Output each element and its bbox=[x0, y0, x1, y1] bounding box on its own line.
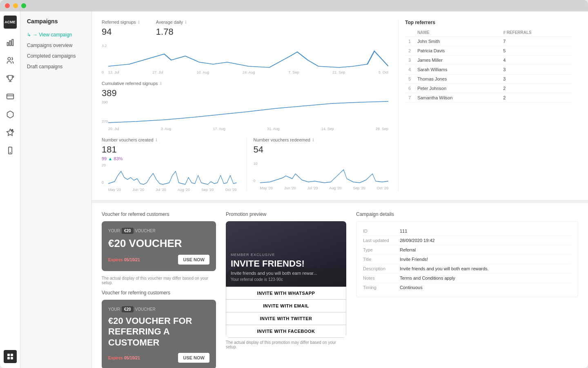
chart-y-max: 3.2 bbox=[102, 44, 107, 48]
detail-key: Last updated bbox=[363, 238, 400, 243]
sidebar-icon-box[interactable] bbox=[3, 107, 18, 122]
cumulative-section: Cumulative referred signups ℹ 389 bbox=[102, 81, 388, 99]
svg-rect-11 bbox=[11, 354, 13, 356]
nav-campaigns-overview[interactable]: Campaigns overview bbox=[20, 40, 91, 51]
voucher-referred-expires: Expires 05/10/21 bbox=[108, 258, 140, 262]
vouchers-created-chart: 20 0 May '20 Jun '20 bbox=[102, 163, 237, 192]
grid-icon[interactable] bbox=[4, 350, 17, 363]
sidebar: ACME bbox=[0, 11, 20, 368]
detail-value: 28/09/2020 19:42 bbox=[400, 238, 435, 243]
promo-col-title: Promotion preview bbox=[226, 211, 346, 217]
invite-button-0[interactable]: INVITE WITH WHATSAPP bbox=[226, 287, 346, 299]
svg-rect-1 bbox=[9, 41, 11, 46]
stats-section: Referred signups ℹ 94 Average daily ℹ bbox=[92, 11, 588, 200]
cumulative-chart-x-axis: 20. Jul 3. Aug 17. Aug 31. Aug 14. Sep 2… bbox=[108, 127, 388, 131]
vouchers-redeemed-section: Number vouchers redeemed ℹ 54 10 0 bbox=[247, 137, 389, 192]
rank-cell: 3 bbox=[405, 56, 414, 65]
svg-rect-10 bbox=[7, 354, 10, 356]
table-row: 4 Sarah Williams 3 bbox=[405, 65, 572, 74]
voucher-referred-title: Voucher for referred customers bbox=[102, 211, 216, 217]
cumulative-value: 389 bbox=[102, 88, 388, 99]
detail-value: Referral bbox=[400, 247, 416, 252]
voucher-referring-expires: Expires 05/10/21 bbox=[108, 356, 140, 360]
voucher-referring-date: 05/10/21 bbox=[124, 356, 140, 360]
sidebar-icon-mobile[interactable] bbox=[3, 143, 18, 158]
col-rank-header bbox=[405, 29, 414, 37]
rank-cell: 6 bbox=[405, 84, 414, 93]
sidebar-icon-card[interactable] bbox=[3, 89, 18, 104]
detail-value: Terms and Conditions apply bbox=[400, 276, 455, 280]
promo-title: INVITE FRIENDS! bbox=[231, 258, 341, 269]
use-now-referred-button[interactable]: USE NOW bbox=[178, 255, 209, 265]
voucher-referred-badge-amount: €20 bbox=[122, 228, 134, 234]
voucher-referred-col: Voucher for referred customers YOUR €20 … bbox=[102, 211, 216, 368]
campaign-detail-row: Timing Continuous bbox=[363, 283, 571, 292]
nav-draft-campaigns[interactable]: Draft campaigns bbox=[20, 61, 91, 72]
cumulative-chart-container: 390 370 20. Jul 3. Aug 17. Aug bbox=[102, 100, 388, 131]
svg-point-3 bbox=[8, 58, 11, 61]
referred-signups-label: Referred signups ℹ bbox=[102, 20, 140, 25]
vouchers-redeemed-chart: 10 0 May '20 Jun '20 bbox=[254, 162, 389, 190]
promo-image: MEMBER EXCLUSIVE INVITE FRIENDS! Invite … bbox=[226, 221, 346, 287]
rank-cell: 7 bbox=[405, 93, 414, 103]
invite-button-2[interactable]: INVITE WITH TWITTER bbox=[226, 312, 346, 325]
invite-button-1[interactable]: INVITE WITH EMAIL bbox=[226, 299, 346, 312]
detail-value: 111 bbox=[400, 229, 407, 233]
trend-percent: 83% bbox=[114, 156, 123, 161]
table-row: 1 John Smith 7 bbox=[405, 37, 572, 46]
average-daily-label: Average daily ℹ bbox=[156, 20, 187, 25]
app-body: ACME bbox=[0, 11, 588, 368]
nav-arrow: ↳ bbox=[27, 32, 31, 38]
detail-key: Type bbox=[363, 247, 400, 252]
svg-point-7 bbox=[11, 129, 13, 131]
table-row: 6 Peter Johnson 2 bbox=[405, 84, 572, 93]
name-cell: Sarah Williams bbox=[414, 65, 500, 74]
voucher-referring-footer: Expires 05/10/21 USE NOW bbox=[108, 353, 209, 363]
nav-title: Campaigns bbox=[20, 18, 91, 29]
name-cell: Peter Johnson bbox=[414, 84, 500, 93]
campaign-detail-row: ID 111 bbox=[363, 227, 571, 236]
voucher-referring-badge: YOUR €20 VOUCHER bbox=[108, 306, 156, 312]
promo-referral-text: Your referral code is 123-90c bbox=[231, 277, 341, 282]
sidebar-icon-star[interactable] bbox=[3, 125, 18, 140]
maximize-button[interactable] bbox=[21, 3, 26, 8]
voucher-referred-disclaimer: The actual display of this voucher may d… bbox=[102, 276, 216, 285]
voucher-referred-badge: YOUR €20 VOUCHER bbox=[108, 228, 156, 234]
sidebar-icon-analytics[interactable] bbox=[3, 35, 18, 50]
vouchers-created-chart-svg bbox=[108, 163, 237, 186]
close-button[interactable] bbox=[5, 3, 10, 8]
invite-buttons-container: INVITE WITH WHATSAPPINVITE WITH EMAILINV… bbox=[226, 287, 346, 338]
detail-value: Invite friends and you will both earn re… bbox=[400, 266, 489, 271]
info-icon-daily: ℹ bbox=[185, 20, 187, 25]
name-cell: James Miller bbox=[414, 56, 500, 65]
vouchers-created-x-axis: May '20 Jun '20 Jul '20 Aug '20 Sep '20 … bbox=[108, 188, 237, 192]
col-name-header: NAME bbox=[414, 29, 500, 37]
campaign-detail-row: Notes Terms and Conditions apply bbox=[363, 274, 571, 283]
campaign-details-box: ID 111 Last updated 28/09/2020 19:42 Typ… bbox=[356, 221, 578, 297]
app-window: ACME bbox=[0, 0, 588, 368]
referred-signups-value: 94 bbox=[102, 27, 140, 37]
name-cell: Thomas Jones bbox=[414, 74, 500, 84]
cumulative-y-min: 370 bbox=[102, 119, 108, 123]
promo-col: Promotion preview MEMBER EXCLUSIVE INVIT… bbox=[226, 211, 346, 368]
campaign-col: Campaign details ID 111 Last updated 28/… bbox=[356, 211, 578, 368]
rank-cell: 2 bbox=[405, 46, 414, 56]
nav-completed-campaigns[interactable]: Completed campaigns bbox=[20, 51, 91, 61]
bottom-section: Voucher for referred customers YOUR €20 … bbox=[92, 203, 588, 368]
nav-view-campaign[interactable]: ↳ → View campaign bbox=[20, 29, 91, 40]
col-referrals-header: # REFERRALS bbox=[500, 29, 572, 37]
referrals-cell: 5 bbox=[500, 46, 572, 56]
promo-subtitle: Invite friends and you will both earn re… bbox=[231, 271, 341, 276]
use-now-referring-button[interactable]: USE NOW bbox=[178, 353, 209, 363]
referrals-cell: 4 bbox=[500, 56, 572, 65]
referrers-table: NAME # REFERRALS 1 John Smith 7 2 Patric… bbox=[405, 29, 572, 103]
invite-button-3[interactable]: INVITE WITH FACEBOOK bbox=[226, 325, 346, 338]
sidebar-icon-users[interactable] bbox=[3, 53, 18, 68]
signups-chart-container: 3.2 0 13. Jul 27. Jul 10. Aug bbox=[102, 44, 388, 74]
referrals-cell: 3 bbox=[500, 65, 572, 74]
minimize-button[interactable] bbox=[13, 3, 18, 8]
voucher-referring-badge-amount: €20 bbox=[122, 306, 134, 312]
sidebar-icon-trophy[interactable] bbox=[3, 71, 18, 86]
svg-rect-2 bbox=[12, 40, 13, 46]
info-icon-cumulative: ℹ bbox=[160, 81, 162, 86]
